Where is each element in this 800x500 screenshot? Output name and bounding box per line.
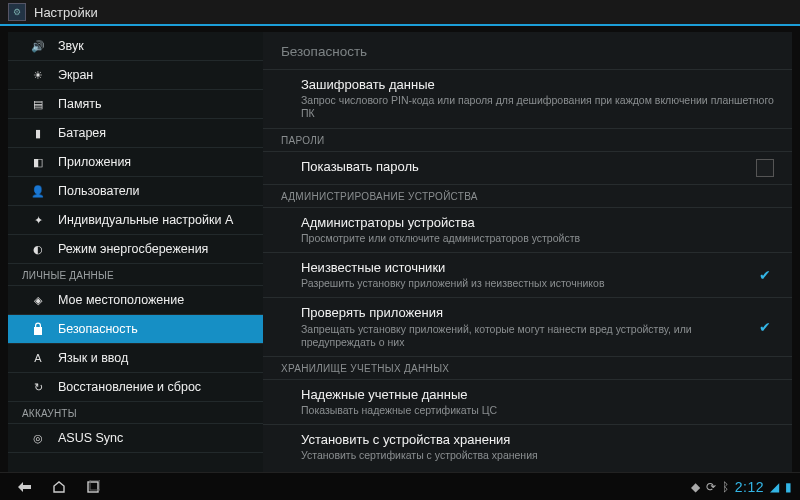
row-label: Зашифровать данные	[301, 77, 774, 93]
sidebar-item-label: Язык и ввод	[58, 351, 128, 365]
sidebar-section-accounts: АККАУНТЫ	[8, 402, 263, 424]
sidebar-item-label: Батарея	[58, 126, 106, 140]
sidebar-section-personal: ЛИЧНЫЕ ДАННЫЕ	[8, 264, 263, 286]
users-icon: 👤	[30, 183, 46, 199]
row-label: Установить с устройства хранения	[301, 432, 774, 448]
row-label: Надежные учетные данные	[301, 387, 774, 403]
wifi-icon: ◢	[770, 480, 779, 494]
checkbox-unchecked-icon[interactable]	[756, 159, 774, 177]
row-sub: Просмотрите или отключите администраторо…	[301, 232, 774, 245]
row-label: Проверять приложения	[301, 305, 744, 321]
app-title: Настройки	[34, 5, 98, 20]
subheader-cred-storage: ХРАНИЛИЩЕ УЧЕТНЫХ ДАННЫХ	[263, 356, 792, 379]
sidebar-item-users[interactable]: 👤 Пользователи	[8, 177, 263, 206]
language-icon: A	[30, 350, 46, 366]
sidebar-item-label: Память	[58, 97, 102, 111]
settings-sidebar: 🔊 Звук ☀ Экран ▤ Память ▮ Батарея ◧ Прил…	[8, 32, 263, 472]
asus-icon: ◎	[30, 430, 46, 446]
row-verify-apps[interactable]: Проверять приложения Запрещать установку…	[263, 297, 792, 356]
sidebar-item-label: Индивидуальные настройки A	[58, 213, 233, 227]
sidebar-item-label: Пользователи	[58, 184, 140, 198]
row-show-password[interactable]: Показывать пароль	[263, 151, 792, 184]
notification-icon: ◆	[691, 480, 700, 494]
sidebar-item-powersave[interactable]: ◐ Режим энергосбережения	[8, 235, 263, 264]
sidebar-item-sound[interactable]: 🔊 Звук	[8, 32, 263, 61]
page-title: Безопасность	[263, 32, 792, 69]
battery-status-icon: ▮	[785, 480, 792, 494]
row-sub: Показывать надежные сертификаты ЦС	[301, 404, 774, 417]
lock-icon	[30, 321, 46, 337]
sidebar-item-label: ASUS Sync	[58, 431, 123, 445]
checkbox-checked-icon[interactable]: ✔	[756, 266, 774, 284]
sound-icon: 🔊	[30, 38, 46, 54]
row-trusted-creds[interactable]: Надежные учетные данные Показывать надеж…	[263, 379, 792, 424]
sidebar-item-backup[interactable]: ↻ Восстановление и сброс	[8, 373, 263, 402]
status-tray[interactable]: ◆ ⟳ ᛒ 2:12 ◢ ▮	[691, 479, 792, 495]
clock: 2:12	[735, 479, 764, 495]
row-device-admins[interactable]: Администраторы устройства Просмотрите ил…	[263, 207, 792, 252]
row-sub: Запрещать установку приложений, которые …	[301, 323, 744, 349]
row-label: Администраторы устройства	[301, 215, 774, 231]
memory-icon: ▤	[30, 96, 46, 112]
sidebar-item-apps[interactable]: ◧ Приложения	[8, 148, 263, 177]
system-navbar: ◆ ⟳ ᛒ 2:12 ◢ ▮	[0, 472, 800, 500]
sidebar-item-label: Мое местоположение	[58, 293, 184, 307]
row-sub: Установить сертификаты с устройства хран…	[301, 449, 774, 462]
checkbox-checked-icon[interactable]: ✔	[756, 318, 774, 336]
row-sub: Запрос числового PIN-кода или пароля для…	[301, 94, 774, 120]
powersave-icon: ◐	[30, 241, 46, 257]
settings-detail-pane: Безопасность Зашифровать данные Запрос ч…	[263, 32, 792, 472]
apps-icon: ◧	[30, 154, 46, 170]
sync-icon: ⟳	[706, 480, 716, 494]
subheader-passwords: ПАРОЛИ	[263, 128, 792, 151]
sidebar-item-label: Восстановление и сброс	[58, 380, 201, 394]
sidebar-item-memory[interactable]: ▤ Память	[8, 90, 263, 119]
content-frame: 🔊 Звук ☀ Экран ▤ Память ▮ Батарея ◧ Прил…	[8, 32, 792, 472]
sidebar-item-battery[interactable]: ▮ Батарея	[8, 119, 263, 148]
screen: ⚙ Настройки 🔊 Звук ☀ Экран ▤ Память ▮ Ба…	[0, 0, 800, 500]
sidebar-item-location[interactable]: ◈ Мое местоположение	[8, 286, 263, 315]
row-unknown-sources[interactable]: Неизвестные источники Разрешить установк…	[263, 252, 792, 297]
custom-icon: ✦	[30, 212, 46, 228]
row-label: Показывать пароль	[301, 159, 744, 175]
back-button[interactable]	[8, 475, 42, 499]
sidebar-item-display[interactable]: ☀ Экран	[8, 61, 263, 90]
recent-apps-button[interactable]	[76, 475, 110, 499]
battery-icon: ▮	[30, 125, 46, 141]
subheader-device-admin: АДМИНИСТРИРОВАНИЕ УСТРОЙСТВА	[263, 184, 792, 207]
sidebar-item-customize[interactable]: ✦ Индивидуальные настройки A	[8, 206, 263, 235]
sidebar-item-label: Приложения	[58, 155, 131, 169]
row-install-from-storage[interactable]: Установить с устройства хранения Установ…	[263, 424, 792, 469]
display-icon: ☀	[30, 67, 46, 83]
sidebar-item-label: Режим энергосбережения	[58, 242, 208, 256]
sidebar-item-security[interactable]: Безопасность	[8, 315, 263, 344]
sidebar-item-language[interactable]: A Язык и ввод	[8, 344, 263, 373]
sidebar-item-label: Звук	[58, 39, 84, 53]
sidebar-item-label: Экран	[58, 68, 93, 82]
home-button[interactable]	[42, 475, 76, 499]
bluetooth-icon: ᛒ	[722, 480, 729, 494]
location-icon: ◈	[30, 292, 46, 308]
sidebar-item-label: Безопасность	[58, 322, 138, 336]
row-sub: Разрешить установку приложений из неизве…	[301, 277, 744, 290]
row-label: Неизвестные источники	[301, 260, 744, 276]
settings-app-icon: ⚙	[8, 3, 26, 21]
app-topbar: ⚙ Настройки	[0, 0, 800, 26]
backup-icon: ↻	[30, 379, 46, 395]
sidebar-item-asus-sync[interactable]: ◎ ASUS Sync	[8, 424, 263, 453]
row-encrypt[interactable]: Зашифровать данные Запрос числового PIN-…	[263, 69, 792, 128]
